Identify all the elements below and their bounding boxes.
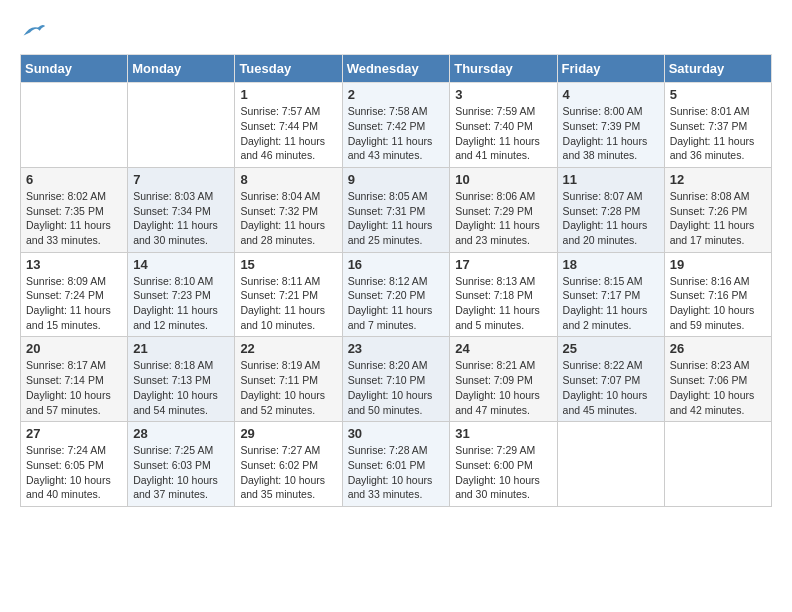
day-number: 1: [240, 87, 336, 102]
day-number: 29: [240, 426, 336, 441]
day-info: Sunrise: 8:09 AM Sunset: 7:24 PM Dayligh…: [26, 274, 122, 333]
day-info: Sunrise: 7:58 AM Sunset: 7:42 PM Dayligh…: [348, 104, 445, 163]
day-number: 12: [670, 172, 766, 187]
calendar-cell: 24Sunrise: 8:21 AM Sunset: 7:09 PM Dayli…: [450, 337, 557, 422]
calendar-cell: 31Sunrise: 7:29 AM Sunset: 6:00 PM Dayli…: [450, 422, 557, 507]
col-header-friday: Friday: [557, 55, 664, 83]
calendar-cell: 13Sunrise: 8:09 AM Sunset: 7:24 PM Dayli…: [21, 252, 128, 337]
col-header-saturday: Saturday: [664, 55, 771, 83]
day-info: Sunrise: 8:07 AM Sunset: 7:28 PM Dayligh…: [563, 189, 659, 248]
calendar-cell: 7Sunrise: 8:03 AM Sunset: 7:34 PM Daylig…: [128, 167, 235, 252]
calendar-cell: 21Sunrise: 8:18 AM Sunset: 7:13 PM Dayli…: [128, 337, 235, 422]
col-header-thursday: Thursday: [450, 55, 557, 83]
day-number: 24: [455, 341, 551, 356]
day-info: Sunrise: 8:23 AM Sunset: 7:06 PM Dayligh…: [670, 358, 766, 417]
calendar-cell: [21, 83, 128, 168]
calendar-cell: 28Sunrise: 7:25 AM Sunset: 6:03 PM Dayli…: [128, 422, 235, 507]
week-row-4: 20Sunrise: 8:17 AM Sunset: 7:14 PM Dayli…: [21, 337, 772, 422]
week-row-3: 13Sunrise: 8:09 AM Sunset: 7:24 PM Dayli…: [21, 252, 772, 337]
calendar-cell: 14Sunrise: 8:10 AM Sunset: 7:23 PM Dayli…: [128, 252, 235, 337]
day-number: 5: [670, 87, 766, 102]
day-number: 30: [348, 426, 445, 441]
day-info: Sunrise: 7:27 AM Sunset: 6:02 PM Dayligh…: [240, 443, 336, 502]
day-info: Sunrise: 8:13 AM Sunset: 7:18 PM Dayligh…: [455, 274, 551, 333]
week-row-1: 1Sunrise: 7:57 AM Sunset: 7:44 PM Daylig…: [21, 83, 772, 168]
day-number: 2: [348, 87, 445, 102]
day-info: Sunrise: 7:29 AM Sunset: 6:00 PM Dayligh…: [455, 443, 551, 502]
calendar-cell: 15Sunrise: 8:11 AM Sunset: 7:21 PM Dayli…: [235, 252, 342, 337]
day-info: Sunrise: 7:57 AM Sunset: 7:44 PM Dayligh…: [240, 104, 336, 163]
day-info: Sunrise: 8:21 AM Sunset: 7:09 PM Dayligh…: [455, 358, 551, 417]
day-info: Sunrise: 8:12 AM Sunset: 7:20 PM Dayligh…: [348, 274, 445, 333]
day-number: 20: [26, 341, 122, 356]
calendar-cell: 12Sunrise: 8:08 AM Sunset: 7:26 PM Dayli…: [664, 167, 771, 252]
day-number: 21: [133, 341, 229, 356]
day-info: Sunrise: 8:08 AM Sunset: 7:26 PM Dayligh…: [670, 189, 766, 248]
day-info: Sunrise: 8:16 AM Sunset: 7:16 PM Dayligh…: [670, 274, 766, 333]
col-header-tuesday: Tuesday: [235, 55, 342, 83]
calendar-cell: [557, 422, 664, 507]
calendar-cell: [664, 422, 771, 507]
day-number: 7: [133, 172, 229, 187]
calendar-header-row: SundayMondayTuesdayWednesdayThursdayFrid…: [21, 55, 772, 83]
logo-bird-icon: [22, 21, 46, 39]
week-row-5: 27Sunrise: 7:24 AM Sunset: 6:05 PM Dayli…: [21, 422, 772, 507]
day-number: 13: [26, 257, 122, 272]
calendar-cell: 6Sunrise: 8:02 AM Sunset: 7:35 PM Daylig…: [21, 167, 128, 252]
page-header: [20, 20, 772, 44]
calendar-cell: 17Sunrise: 8:13 AM Sunset: 7:18 PM Dayli…: [450, 252, 557, 337]
col-header-sunday: Sunday: [21, 55, 128, 83]
day-number: 11: [563, 172, 659, 187]
day-number: 8: [240, 172, 336, 187]
calendar-cell: 30Sunrise: 7:28 AM Sunset: 6:01 PM Dayli…: [342, 422, 450, 507]
calendar-cell: 20Sunrise: 8:17 AM Sunset: 7:14 PM Dayli…: [21, 337, 128, 422]
day-info: Sunrise: 8:06 AM Sunset: 7:29 PM Dayligh…: [455, 189, 551, 248]
day-info: Sunrise: 8:02 AM Sunset: 7:35 PM Dayligh…: [26, 189, 122, 248]
day-number: 23: [348, 341, 445, 356]
day-number: 4: [563, 87, 659, 102]
calendar-cell: [128, 83, 235, 168]
day-info: Sunrise: 8:22 AM Sunset: 7:07 PM Dayligh…: [563, 358, 659, 417]
calendar-cell: 3Sunrise: 7:59 AM Sunset: 7:40 PM Daylig…: [450, 83, 557, 168]
day-number: 31: [455, 426, 551, 441]
logo: [20, 20, 46, 44]
day-number: 17: [455, 257, 551, 272]
day-info: Sunrise: 8:20 AM Sunset: 7:10 PM Dayligh…: [348, 358, 445, 417]
day-number: 14: [133, 257, 229, 272]
col-header-wednesday: Wednesday: [342, 55, 450, 83]
col-header-monday: Monday: [128, 55, 235, 83]
calendar-cell: 5Sunrise: 8:01 AM Sunset: 7:37 PM Daylig…: [664, 83, 771, 168]
day-info: Sunrise: 7:59 AM Sunset: 7:40 PM Dayligh…: [455, 104, 551, 163]
calendar-cell: 19Sunrise: 8:16 AM Sunset: 7:16 PM Dayli…: [664, 252, 771, 337]
day-info: Sunrise: 8:19 AM Sunset: 7:11 PM Dayligh…: [240, 358, 336, 417]
day-number: 15: [240, 257, 336, 272]
day-number: 3: [455, 87, 551, 102]
calendar-cell: 9Sunrise: 8:05 AM Sunset: 7:31 PM Daylig…: [342, 167, 450, 252]
day-number: 22: [240, 341, 336, 356]
day-info: Sunrise: 8:15 AM Sunset: 7:17 PM Dayligh…: [563, 274, 659, 333]
day-info: Sunrise: 8:17 AM Sunset: 7:14 PM Dayligh…: [26, 358, 122, 417]
day-info: Sunrise: 8:05 AM Sunset: 7:31 PM Dayligh…: [348, 189, 445, 248]
day-number: 26: [670, 341, 766, 356]
day-number: 28: [133, 426, 229, 441]
day-info: Sunrise: 8:00 AM Sunset: 7:39 PM Dayligh…: [563, 104, 659, 163]
calendar-body: 1Sunrise: 7:57 AM Sunset: 7:44 PM Daylig…: [21, 83, 772, 507]
day-info: Sunrise: 7:25 AM Sunset: 6:03 PM Dayligh…: [133, 443, 229, 502]
logo-text: [20, 20, 46, 44]
calendar-cell: 2Sunrise: 7:58 AM Sunset: 7:42 PM Daylig…: [342, 83, 450, 168]
calendar-cell: 16Sunrise: 8:12 AM Sunset: 7:20 PM Dayli…: [342, 252, 450, 337]
day-number: 10: [455, 172, 551, 187]
calendar-cell: 23Sunrise: 8:20 AM Sunset: 7:10 PM Dayli…: [342, 337, 450, 422]
day-number: 19: [670, 257, 766, 272]
day-number: 6: [26, 172, 122, 187]
calendar-cell: 1Sunrise: 7:57 AM Sunset: 7:44 PM Daylig…: [235, 83, 342, 168]
calendar-cell: 22Sunrise: 8:19 AM Sunset: 7:11 PM Dayli…: [235, 337, 342, 422]
calendar-cell: 18Sunrise: 8:15 AM Sunset: 7:17 PM Dayli…: [557, 252, 664, 337]
day-info: Sunrise: 8:03 AM Sunset: 7:34 PM Dayligh…: [133, 189, 229, 248]
day-number: 27: [26, 426, 122, 441]
calendar-cell: 10Sunrise: 8:06 AM Sunset: 7:29 PM Dayli…: [450, 167, 557, 252]
day-info: Sunrise: 8:11 AM Sunset: 7:21 PM Dayligh…: [240, 274, 336, 333]
calendar-cell: 26Sunrise: 8:23 AM Sunset: 7:06 PM Dayli…: [664, 337, 771, 422]
calendar-cell: 29Sunrise: 7:27 AM Sunset: 6:02 PM Dayli…: [235, 422, 342, 507]
calendar-cell: 4Sunrise: 8:00 AM Sunset: 7:39 PM Daylig…: [557, 83, 664, 168]
